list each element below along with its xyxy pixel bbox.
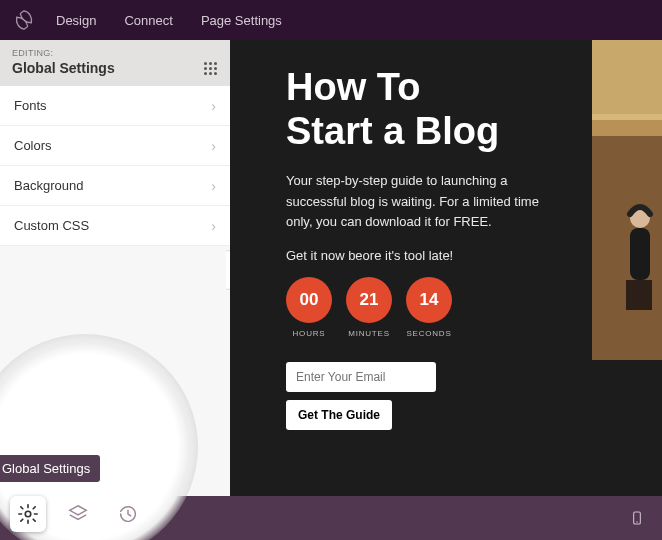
countdown-value: 00 (286, 277, 332, 323)
history-button[interactable] (110, 496, 146, 532)
countdown-label: HOURS (286, 329, 332, 338)
get-guide-button[interactable]: Get The Guide (286, 400, 392, 430)
mobile-preview-icon[interactable] (626, 507, 648, 529)
tooltip-global-settings: Global Settings (0, 455, 100, 482)
list-item-colors[interactable]: Colors › (0, 126, 230, 166)
countdown-seconds: 14 SECONDS (406, 277, 452, 338)
logo-leaf-icon (10, 6, 38, 34)
nav-design[interactable]: Design (56, 13, 96, 28)
countdown-value: 14 (406, 277, 452, 323)
list-item-label: Colors (14, 138, 52, 153)
list-item-background[interactable]: Background › (0, 166, 230, 206)
svg-rect-1 (630, 228, 650, 280)
editing-label: EDITING: (12, 48, 115, 58)
settings-button[interactable] (10, 496, 46, 532)
list-item-custom-css[interactable]: Custom CSS › (0, 206, 230, 246)
hero-photo (592, 40, 662, 360)
sidebar-header: EDITING: Global Settings (0, 40, 230, 86)
countdown-label: MINUTES (346, 329, 392, 338)
chevron-right-icon: › (211, 98, 216, 114)
signup-form: Get The Guide (286, 362, 662, 430)
email-field[interactable] (286, 362, 436, 392)
svg-point-5 (25, 511, 31, 517)
hero-subtitle: Your step-by-step guide to launching a s… (286, 171, 546, 231)
canvas-preview: How To Start a Blog Your step-by-step gu… (230, 40, 662, 540)
countdown-hours: 00 HOURS (286, 277, 332, 338)
chevron-right-icon: › (211, 138, 216, 154)
countdown-label: SECONDS (406, 329, 452, 338)
list-item-label: Fonts (14, 98, 47, 113)
nav-page-settings[interactable]: Page Settings (201, 13, 282, 28)
countdown-minutes: 21 MINUTES (346, 277, 392, 338)
settings-list: Fonts › Colors › Background › Custom CSS… (0, 86, 230, 246)
sidebar-title: Global Settings (12, 60, 115, 76)
layers-button[interactable] (60, 496, 96, 532)
top-nav: Design Connect Page Settings (56, 13, 282, 28)
chevron-right-icon: › (211, 178, 216, 194)
list-item-fonts[interactable]: Fonts › (0, 86, 230, 126)
top-bar: Design Connect Page Settings (0, 0, 662, 40)
list-item-label: Background (14, 178, 83, 193)
svg-rect-2 (626, 280, 652, 310)
svg-point-4 (636, 521, 637, 522)
nav-connect[interactable]: Connect (124, 13, 172, 28)
chevron-right-icon: › (211, 218, 216, 234)
list-item-label: Custom CSS (14, 218, 89, 233)
drag-grip-icon[interactable] (202, 60, 218, 76)
countdown-value: 21 (346, 277, 392, 323)
